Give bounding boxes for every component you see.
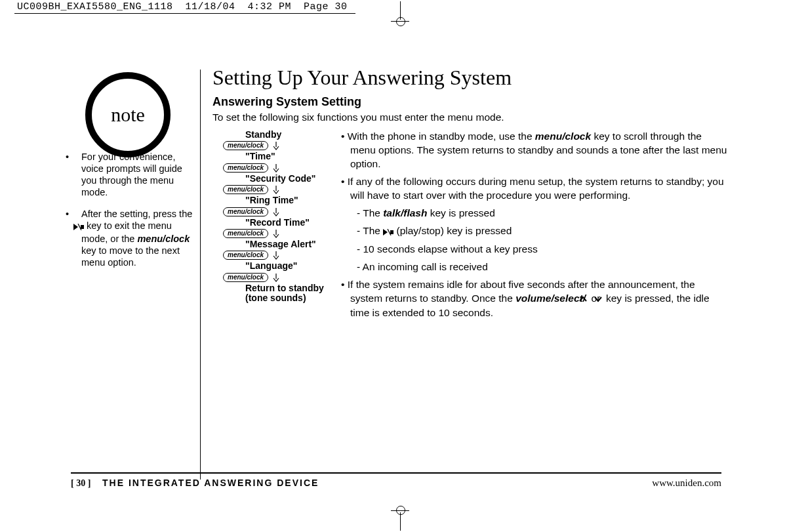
footer-left: [ 30 ] THE INTEGRATED ANSWERING DEVICE (71, 478, 319, 489)
page-number: [ 30 ] (71, 478, 91, 488)
bullet-2-sub-4: - An incoming call is received (357, 260, 728, 274)
svg-rect-3 (390, 230, 394, 234)
header-underline (14, 13, 355, 14)
play-stop-icon (383, 226, 394, 239)
menu-step-label: "Security Code" (245, 174, 341, 184)
menu-step: menu/clock (223, 163, 341, 173)
down-arrow-icon (272, 163, 280, 173)
menu-step-label: "Message Alert" (245, 239, 341, 249)
footer-url: www.uniden.com (652, 478, 721, 489)
menu-step-label: "Record Time" (245, 218, 341, 228)
svg-marker-2 (383, 229, 388, 235)
menu-step-label: "Time" (245, 152, 341, 161)
menu-flow: Standby menu/clock "Time" menu/clock "Se… (212, 130, 341, 305)
page-body: note •For your convenience, voice prompt… (72, 66, 728, 473)
bullet-2-sub-2: - The (play/stop) key is pressed (357, 224, 728, 239)
vertical-divider (200, 70, 201, 480)
bullet-1: • With the phone in standby mode, use th… (350, 130, 728, 171)
down-arrow-icon (272, 273, 280, 282)
note-item-1: •For your convenience, voice prompts wil… (81, 151, 197, 199)
menu-clock-pill: menu/clock (223, 163, 268, 173)
bullet-2-sub-3: - 10 seconds elapse without a key press (357, 243, 728, 256)
down-arrow-icon (272, 251, 280, 260)
menu-clock-pill: menu/clock (223, 229, 268, 238)
down-arrow-icon (272, 141, 280, 150)
menu-step-label: "Language" (245, 261, 341, 271)
note-list: •For your convenience, voice prompts wil… (72, 151, 197, 277)
menu-step-label: "Ring Time" (245, 195, 341, 205)
down-arrow-icon (272, 229, 280, 238)
menu-clock-pill: menu/clock (223, 251, 268, 260)
menu-clock-pill: menu/clock (223, 185, 268, 194)
bullet-2: • If any of the following occurs during … (350, 175, 728, 203)
menu-clock-pill: menu/clock (223, 273, 268, 282)
header-text: UC009BH_EXAI5580_ENG_1118 11/18/04 4:32 … (17, 1, 348, 12)
menu-step: menu/clock (223, 185, 341, 194)
note-item-2: •After the setting, press the key to exi… (81, 208, 197, 269)
play-stop-icon (81, 221, 84, 233)
down-arrow-icon (272, 207, 280, 216)
note-badge-label: note (111, 104, 145, 126)
menu-step: menu/clock (223, 229, 341, 238)
bullet-3: • If the system remains idle for about f… (350, 278, 728, 320)
menu-clock-pill: menu/clock (223, 207, 268, 216)
section-subtitle: Answering System Setting (212, 95, 728, 109)
bullet-2-sub-1: - The talk/flash key is pressed (357, 207, 728, 220)
menu-clock-pill: menu/clock (223, 141, 268, 150)
svg-marker-0 (73, 224, 78, 230)
footer-section: THE INTEGRATED ANSWERING DEVICE (102, 478, 319, 488)
page-title: Setting Up Your Answering System (212, 66, 728, 90)
menu-step: menu/clock (223, 251, 341, 260)
note-badge: note (85, 72, 171, 157)
menu-step-label: Return to standby (tone sounds) (245, 283, 341, 304)
menu-step: menu/clock (223, 141, 341, 150)
menu-step-label: Standby (245, 130, 341, 140)
svg-rect-1 (81, 225, 84, 229)
down-arrow-icon (272, 185, 280, 194)
registration-mark-top (387, 1, 413, 28)
page-footer: [ 30 ] THE INTEGRATED ANSWERING DEVICE w… (71, 472, 721, 489)
intro-text: To set the following six functions you m… (212, 112, 728, 123)
body-bullets: • With the phone in standby mode, use th… (341, 130, 728, 324)
menu-step: menu/clock (223, 273, 341, 282)
registration-mark-bottom (387, 501, 413, 527)
main-content: Setting Up Your Answering System Answeri… (212, 66, 728, 324)
menu-step: menu/clock (223, 207, 341, 216)
